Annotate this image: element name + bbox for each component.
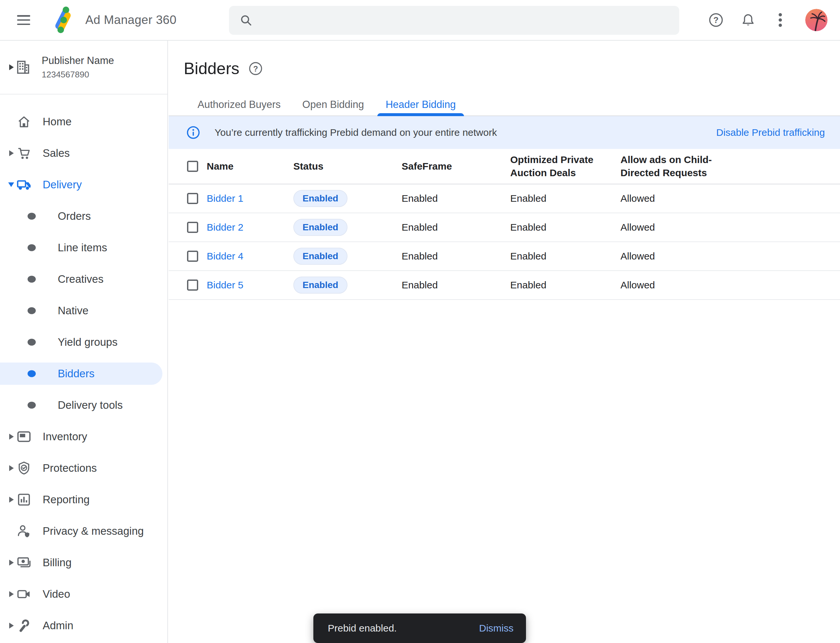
global-search	[229, 6, 679, 35]
page-title-row: Bidders ?	[169, 41, 840, 78]
sidebar-nav: Home Sales Delivery Orders	[0, 95, 167, 641]
sidebar-item-delivery[interactable]: Delivery	[0, 169, 167, 201]
column-header-child-directed: Allow ads on Child- Directed Requests	[621, 153, 840, 180]
bullet-dot-icon	[28, 245, 36, 251]
chevron-right-icon	[9, 64, 14, 70]
bullet-dot-icon	[28, 307, 36, 314]
table-row: Bidder 4 Enabled Enabled Enabled Allowed	[169, 242, 840, 271]
help-icon[interactable]: ?	[709, 13, 723, 27]
tab-authorized-buyers[interactable]: Authorized Buyers	[187, 98, 291, 116]
snackbar-toast: Prebid enabled. Dismiss	[313, 614, 526, 643]
svg-text:?: ?	[253, 64, 258, 73]
ad-manager-logo-icon	[49, 6, 76, 34]
private-auction-value: Enabled	[510, 193, 621, 204]
select-all-checkbox[interactable]	[187, 161, 198, 172]
chevron-right-icon	[9, 434, 14, 440]
sidebar-item-bidders[interactable]: Bidders	[0, 358, 167, 389]
bullet-dot-icon	[28, 370, 36, 377]
status-badge: Enabled	[293, 277, 348, 294]
bullet-dot-icon	[28, 213, 36, 220]
publisher-switcher[interactable]: Publisher Name 1234567890	[0, 41, 167, 95]
search-icon	[239, 13, 253, 28]
sidebar-item-orders[interactable]: Orders	[0, 201, 167, 232]
chevron-right-icon	[9, 560, 14, 566]
table-row: Bidder 5 Enabled Enabled Enabled Allowed	[169, 271, 840, 300]
toast-message: Prebid enabled.	[328, 623, 479, 634]
bidder-link[interactable]: Bidder 2	[207, 222, 244, 233]
dismiss-button[interactable]: Dismiss	[479, 623, 513, 634]
sidebar-item-yield-groups[interactable]: Yield groups	[0, 326, 167, 358]
cart-icon	[16, 146, 31, 161]
row-checkbox[interactable]	[187, 279, 198, 290]
notifications-bell-icon[interactable]	[741, 13, 755, 27]
sidebar-item-video[interactable]: Video	[0, 578, 167, 610]
truck-icon	[16, 177, 31, 192]
publisher-name: Publisher Name	[42, 55, 114, 67]
disable-prebid-trafficking-link[interactable]: Disable Prebid trafficking	[716, 127, 825, 138]
status-badge: Enabled	[293, 248, 348, 265]
shield-check-icon	[16, 460, 31, 476]
search-input[interactable]	[261, 15, 669, 26]
sidebar-item-inventory[interactable]: Inventory	[0, 421, 167, 452]
app-header: Ad Manager 360 ?	[0, 0, 840, 41]
row-checkbox[interactable]	[187, 222, 198, 233]
sidebar-item-line-items[interactable]: Line items	[0, 232, 167, 263]
sidebar-item-native[interactable]: Native	[0, 295, 167, 326]
private-auction-value: Enabled	[510, 279, 621, 290]
header-actions: ?	[709, 0, 840, 40]
sidebar-item-sales[interactable]: Sales	[0, 137, 167, 169]
safeframe-value: Enabled	[402, 193, 510, 204]
status-badge: Enabled	[293, 219, 348, 236]
tab-bar: Authorized Buyers Open Bidding Header Bi…	[169, 98, 840, 116]
sidebar-item-billing[interactable]: Billing	[0, 547, 167, 578]
safeframe-value: Enabled	[402, 279, 510, 290]
sidebar-item-delivery-tools[interactable]: Delivery tools	[0, 389, 167, 421]
sidebar-item-admin[interactable]: Admin	[0, 610, 167, 641]
bidder-link[interactable]: Bidder 1	[207, 193, 244, 204]
wrench-icon	[16, 618, 31, 633]
chevron-right-icon	[9, 150, 14, 156]
child-directed-value: Allowed	[621, 193, 840, 204]
column-header-name: Name	[207, 160, 293, 173]
account-avatar[interactable]	[805, 9, 827, 31]
column-header-safeframe: SafeFrame	[402, 160, 510, 173]
svg-text:?: ?	[713, 15, 719, 25]
row-checkbox[interactable]	[187, 251, 198, 262]
title-help-icon[interactable]: ?	[249, 62, 263, 75]
prebid-info-banner: You’re currently trafficking Prebid dema…	[169, 116, 840, 149]
banknote-icon	[16, 555, 31, 570]
table-header-row: Name Status SafeFrame Optimized Private …	[169, 149, 840, 184]
more-options-icon[interactable]	[773, 13, 788, 27]
table-row: Bidder 1 Enabled Enabled Enabled Allowed	[169, 184, 840, 213]
child-directed-value: Allowed	[621, 222, 840, 233]
row-checkbox[interactable]	[187, 193, 198, 204]
private-auction-value: Enabled	[510, 222, 621, 233]
inventory-icon	[16, 429, 31, 444]
main-content: Bidders ? Authorized Buyers Open Bidding…	[169, 41, 840, 643]
app-title: Ad Manager 360	[85, 13, 176, 27]
bidder-link[interactable]: Bidder 5	[207, 279, 244, 290]
menu-icon[interactable]	[17, 15, 30, 25]
tab-header-bidding[interactable]: Header Bidding	[375, 98, 467, 116]
bullet-dot-icon	[28, 339, 36, 346]
tab-open-bidding[interactable]: Open Bidding	[291, 98, 375, 116]
chevron-right-icon	[9, 591, 14, 597]
sidebar-item-privacy-messaging[interactable]: Privacy & messaging	[0, 516, 167, 547]
sidebar-item-home[interactable]: Home	[0, 106, 167, 137]
column-header-private-auction: Optimized Private Auction Deals	[510, 153, 621, 180]
bullet-dot-icon	[28, 276, 36, 283]
sidebar-item-creatives[interactable]: Creatives	[0, 263, 167, 295]
person-shield-icon	[16, 524, 31, 539]
sidebar: Publisher Name 1234567890 Home Sales	[0, 41, 168, 643]
info-circle-icon	[186, 126, 200, 139]
column-header-status: Status	[293, 160, 402, 173]
publisher-id: 1234567890	[42, 70, 114, 80]
bullet-dot-icon	[28, 402, 36, 409]
sidebar-item-reporting[interactable]: Reporting	[0, 484, 167, 516]
safeframe-value: Enabled	[402, 222, 510, 233]
bidder-link[interactable]: Bidder 4	[207, 251, 244, 261]
sidebar-item-protections[interactable]: Protections	[0, 452, 167, 484]
building-icon	[15, 59, 31, 75]
chevron-right-icon	[9, 497, 14, 503]
chevron-down-icon	[8, 183, 14, 187]
